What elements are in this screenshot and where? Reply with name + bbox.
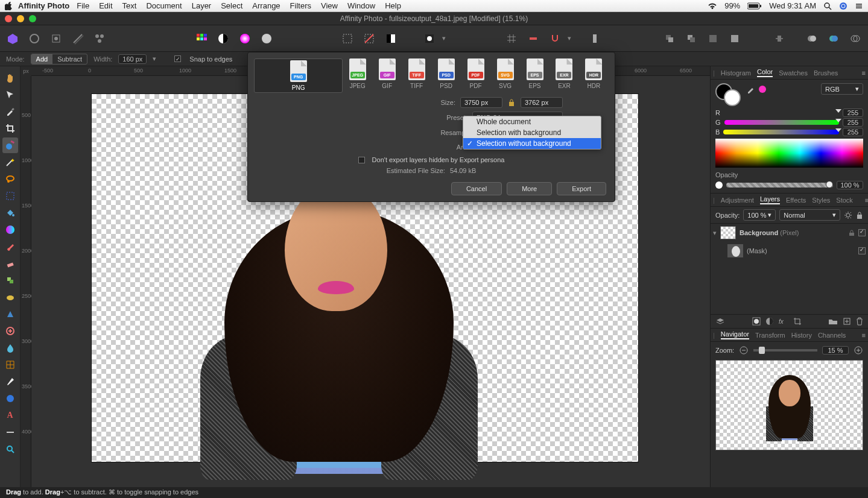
gear-icon[interactable] <box>844 211 852 219</box>
menu-window[interactable]: Window <box>347 1 375 10</box>
move-tool-icon[interactable] <box>2 87 18 102</box>
menu-select[interactable]: Select <box>221 1 242 10</box>
tab-navigator[interactable]: Navigator <box>721 330 749 339</box>
add-layer-icon[interactable] <box>843 317 851 326</box>
panel-menu-icon[interactable]: ≡ <box>865 197 868 204</box>
dont-export-hidden-checkbox[interactable] <box>358 157 365 163</box>
color-swatch-pair[interactable] <box>715 83 742 107</box>
paint-brush-tool-icon[interactable] <box>2 239 18 254</box>
layer-blend-select[interactable]: Normal▾ <box>779 209 840 221</box>
selection-brush-tool-icon[interactable] <box>2 137 18 153</box>
zoom-in-icon[interactable] <box>854 345 863 355</box>
area-option-whole[interactable]: Whole document <box>463 116 601 127</box>
layer-mask[interactable]: (Mask) <box>711 242 868 260</box>
format-gif[interactable]: GIFGIF <box>372 58 402 93</box>
toolbar-arrange1-icon[interactable] <box>661 30 679 48</box>
window-zoom[interactable] <box>29 15 36 22</box>
crop-layer-icon[interactable] <box>793 317 802 326</box>
panel-menu-icon[interactable]: ≡ <box>862 69 866 77</box>
lock-icon[interactable] <box>856 211 863 219</box>
toolbar-align-icon[interactable] <box>770 30 788 48</box>
panel-menu-icon[interactable]: ≡ <box>862 332 866 339</box>
zoom-out-icon[interactable] <box>739 345 749 355</box>
layers-stack-icon[interactable] <box>715 317 725 326</box>
blur-tool-icon[interactable] <box>2 340 18 356</box>
menu-document[interactable]: Document <box>146 1 182 10</box>
lock-icon[interactable] <box>507 98 516 107</box>
menu-text[interactable]: Text <box>122 1 137 10</box>
cancel-button[interactable]: Cancel <box>451 182 502 195</box>
channel-g[interactable]: G255 <box>715 118 863 127</box>
toolbar-swatches-icon[interactable] <box>192 30 211 48</box>
tab-histogram[interactable]: Histogram <box>721 69 751 77</box>
tab-layers[interactable]: Layers <box>760 195 780 204</box>
format-hdr[interactable]: HDRHDR <box>579 58 609 93</box>
menu-view[interactable]: View <box>321 1 338 10</box>
pen-tool-icon[interactable] <box>2 374 18 389</box>
size-width-field[interactable]: 3750 px <box>460 97 502 108</box>
persona-develop-icon[interactable] <box>47 30 65 48</box>
size-height-field[interactable]: 3762 px <box>521 97 563 108</box>
toolbar-soft-icon[interactable] <box>258 30 276 48</box>
wifi-icon[interactable] <box>708 2 717 10</box>
menu-file[interactable]: File <box>77 1 89 10</box>
format-psd[interactable]: PSDPSD <box>431 58 461 93</box>
persona-liquify-icon[interactable] <box>25 30 43 48</box>
toolbar-arrange3-icon[interactable] <box>704 30 722 48</box>
lock-icon[interactable] <box>849 230 855 236</box>
toolbar-boolean3-icon[interactable] <box>846 30 864 48</box>
adjustment-icon[interactable] <box>765 317 774 326</box>
mesh-tool-icon[interactable] <box>2 357 18 373</box>
toolbar-assistant-icon[interactable] <box>586 30 604 48</box>
tab-history[interactable]: History <box>791 332 812 339</box>
gradient-tool-icon[interactable] <box>2 222 18 238</box>
tab-effects[interactable]: Effects <box>786 197 806 204</box>
shape-tool-icon[interactable] <box>2 391 18 406</box>
tab-transform[interactable]: Transform <box>755 332 785 339</box>
layer-visible-checkbox[interactable] <box>858 229 866 236</box>
window-minimize[interactable] <box>17 15 24 22</box>
area-option-with-bg[interactable]: Selection with background <box>463 127 601 138</box>
mode-segment[interactable]: Add Subtract <box>31 54 88 65</box>
erase-tool-icon[interactable] <box>2 256 18 271</box>
hand-tool-icon[interactable] <box>2 70 18 86</box>
color-mode-select[interactable]: RGB▾ <box>821 83 863 95</box>
format-png[interactable]: PNGPNG <box>254 58 343 93</box>
color-picker-tool-icon[interactable] <box>2 104 18 119</box>
tab-styles[interactable]: Styles <box>812 197 830 204</box>
clone-tool-icon[interactable] <box>2 273 18 288</box>
persona-export-icon[interactable] <box>90 30 109 48</box>
fx-icon[interactable]: fx <box>779 318 788 325</box>
zoom-value[interactable]: 15 % <box>822 346 849 355</box>
width-field[interactable]: 160 px <box>118 54 147 64</box>
layer-opacity-field[interactable]: 100 %▾ <box>743 209 776 221</box>
overlay-tool-icon[interactable] <box>2 306 18 322</box>
zoom-slider[interactable] <box>753 349 817 351</box>
tab-swatches[interactable]: Swatches <box>779 69 808 77</box>
tab-adjustment[interactable]: Adjustment <box>721 197 754 204</box>
marquee-tool-icon[interactable] <box>2 188 18 204</box>
crop-tool-icon[interactable] <box>2 121 18 136</box>
channel-b[interactable]: B255 <box>715 128 863 136</box>
snap-checkbox[interactable] <box>174 55 181 62</box>
persona-tone-icon[interactable] <box>69 30 87 48</box>
channel-r[interactable]: R255 <box>715 109 863 117</box>
zoom-tool-icon[interactable] <box>2 441 18 457</box>
toolbar-quickmask-icon[interactable] <box>420 30 439 48</box>
control-center-icon[interactable] <box>855 2 863 10</box>
mask-icon[interactable] <box>752 317 761 326</box>
eyedropper-icon[interactable] <box>747 85 755 93</box>
tab-color[interactable]: Color <box>757 68 773 77</box>
menu-layer[interactable]: Layer <box>192 1 212 10</box>
lasso-tool-icon[interactable] <box>2 171 18 187</box>
toolbar-deselect-icon[interactable] <box>360 30 378 48</box>
toolbar-pixel-icon[interactable] <box>524 30 542 48</box>
flood-fill-tool-icon[interactable] <box>2 205 18 221</box>
sponge-tool-icon[interactable] <box>2 289 18 305</box>
mode-subtract[interactable]: Subtract <box>52 54 87 64</box>
mask-visible-checkbox[interactable] <box>858 247 866 254</box>
toolbar-arrange4-icon[interactable] <box>726 30 744 48</box>
more-button[interactable]: More <box>507 182 552 195</box>
recent-color-swatch[interactable] <box>759 86 766 93</box>
spotlight-icon[interactable] <box>823 2 832 10</box>
